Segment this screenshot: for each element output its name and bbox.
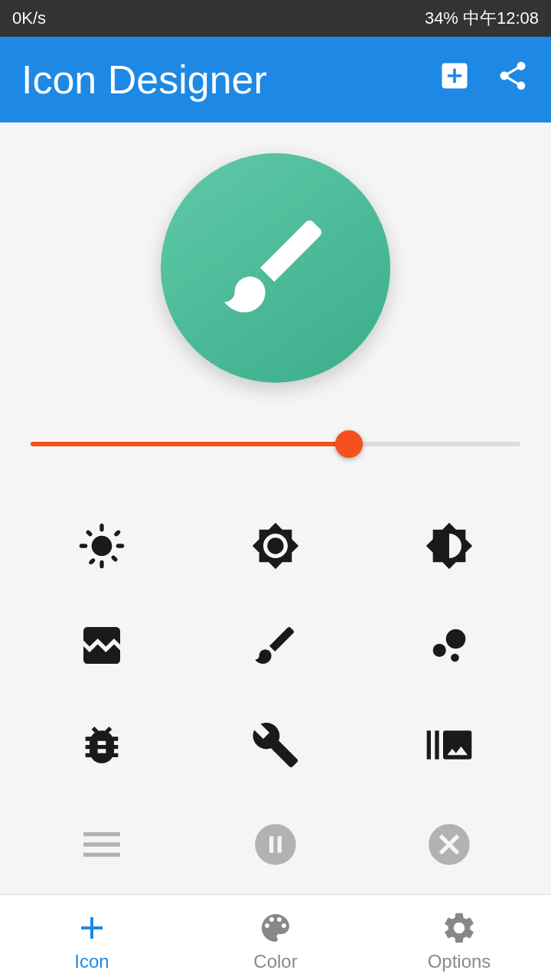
brightness-filled-cell[interactable] [15, 496, 189, 596]
broken-image-icon [77, 621, 126, 670]
brightness-filled-icon [77, 521, 126, 570]
app-bar-actions [438, 59, 530, 100]
bottom-nav: Icon Color Options [0, 894, 551, 980]
icon-preview[interactable] [161, 153, 390, 383]
nav-color-label: Color [253, 951, 297, 972]
network-speed: 0K/s [12, 8, 46, 28]
nav-icon-label: Icon [74, 951, 109, 972]
more-icon-1 [77, 820, 126, 869]
svg-point-1 [451, 654, 459, 662]
main-content [0, 122, 551, 894]
bug-cell[interactable] [15, 695, 189, 795]
status-bar: 0K/s 34% 中午12:08 [0, 0, 551, 37]
broken-image-cell[interactable] [15, 596, 189, 695]
icon-grid [15, 496, 536, 894]
paintbrush-icon [214, 205, 337, 331]
nav-options[interactable]: Options [367, 910, 551, 972]
clock: 中午12:08 [463, 7, 539, 30]
size-slider[interactable] [31, 429, 520, 459]
more-cell-1[interactable] [15, 795, 189, 894]
status-bar-left: 0K/s [12, 8, 46, 28]
settings-icon [441, 910, 478, 946]
nav-options-label: Options [428, 951, 491, 972]
brightness-half-cell[interactable] [362, 496, 536, 596]
brush-icon [251, 621, 300, 670]
bubble-chart-cell[interactable] [362, 596, 536, 695]
bubble-chart-icon [425, 621, 474, 670]
app-title: Icon Designer [21, 57, 267, 103]
palette-icon [257, 910, 294, 946]
add-button[interactable] [438, 59, 471, 100]
nav-icon[interactable]: Icon [0, 910, 184, 972]
share-button[interactable] [496, 59, 530, 100]
more-cell-3[interactable] [362, 795, 536, 894]
build-icon [251, 720, 300, 769]
burst-mode-cell[interactable] [362, 695, 536, 795]
brightness-half-icon [425, 521, 474, 570]
brush-cell[interactable] [189, 596, 363, 695]
bug-icon [77, 720, 126, 769]
more-icon-2 [251, 820, 300, 869]
brightness-outline-cell[interactable] [189, 496, 363, 596]
battery-indicator: 34% [425, 8, 458, 28]
svg-point-2 [445, 629, 465, 649]
build-cell[interactable] [189, 695, 363, 795]
brightness-outline-icon [251, 521, 300, 570]
status-bar-right: 34% 中午12:08 [425, 7, 539, 30]
add-icon [73, 910, 110, 946]
burst-mode-icon [425, 720, 474, 769]
more-icon-3 [425, 820, 474, 869]
app-bar: Icon Designer [0, 37, 551, 122]
more-cell-2[interactable] [189, 795, 363, 894]
nav-color[interactable]: Color [184, 910, 367, 972]
svg-point-0 [432, 644, 445, 657]
